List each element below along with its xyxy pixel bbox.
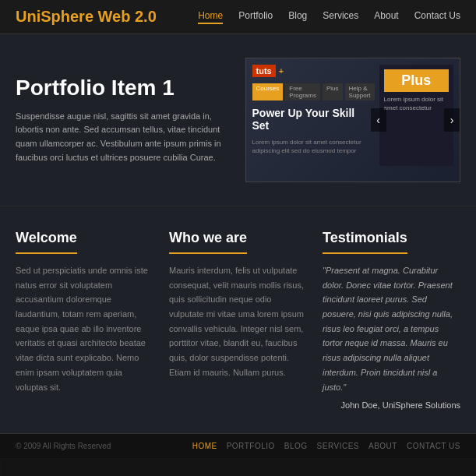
testimonials-column: Testimonials "Praesent at magna. Curabit…	[323, 230, 460, 410]
site-logo: UniSphere Web 2.0	[16, 8, 157, 26]
testimonial-author: John Doe, UniSphere Solutions	[323, 400, 460, 410]
testimonials-title: Testimonials	[323, 230, 407, 254]
slider-tab-help[interactable]: Help & Support	[345, 83, 375, 100]
nav-about[interactable]: About	[374, 10, 398, 24]
welcome-text: Sed ut perspiciatis unde omnis iste natu…	[16, 263, 153, 394]
plus-box: Plus	[384, 69, 449, 92]
mirror-reflection: © 2009 All Rights Reserved HOME PORTFOLI…	[0, 458, 476, 476]
slider-tab-free[interactable]: Free Programs	[285, 83, 320, 100]
slider-content: tuts + Courses Free Programs Plus Help &…	[246, 58, 460, 182]
slider-right-panel: Plus Lorem ipsum dolor sit amet consecte…	[379, 65, 453, 166]
main-nav: Home Portfolio Blog Services About Conta…	[198, 10, 460, 24]
footer-nav-portfolio[interactable]: PORTFOLIO	[227, 442, 275, 450]
tuts-plus: +	[279, 66, 284, 76]
nav-contact[interactable]: Contact Us	[414, 10, 460, 24]
header: UniSphere Web 2.0 Home Portfolio Blog Se…	[0, 0, 476, 34]
footer-nav-home[interactable]: HOME	[192, 442, 217, 450]
nav-home[interactable]: Home	[198, 10, 223, 24]
tuts-logo: tuts +	[252, 65, 375, 77]
who-we-are-text: Mauris interdum, felis ut vulputate cons…	[169, 263, 307, 380]
hero-section: Portfolio Item 1 Suspendisse augue nisl,…	[0, 34, 476, 206]
slider-title: Power Up Your Skill Set	[252, 107, 375, 132]
footer-nav: HOME PORTFOLIO BLOG SERVICES ABOUT CONTA…	[192, 442, 460, 450]
who-we-are-title: Who we are	[169, 230, 247, 254]
footer-nav-contact[interactable]: CONTACT US	[407, 442, 460, 450]
hero-title: Portfolio Item 1	[16, 76, 230, 100]
slider-tabs: Courses Free Programs Plus Help & Suppor…	[252, 83, 375, 100]
copyright-text: © 2009 All Rights Reserved	[16, 442, 111, 450]
plus-sub: Lorem ipsum dolor sit amet consectetur	[384, 95, 449, 112]
slider-tab-courses[interactable]: Courses	[252, 83, 284, 100]
footer-nav-services[interactable]: SERVICES	[317, 442, 359, 450]
footer-nav-blog[interactable]: BLOG	[284, 442, 308, 450]
three-column-section: Welcome Sed ut perspiciatis unde omnis i…	[0, 206, 476, 433]
tuts-badge: tuts	[252, 65, 276, 77]
nav-blog[interactable]: Blog	[288, 10, 307, 24]
hero-description: Suspendisse augue nisl, sagittis sit ame…	[16, 110, 230, 164]
hero-slider: ‹ tuts + Courses Free Programs Plus Help…	[245, 58, 461, 182]
slider-next-arrow[interactable]: ›	[444, 108, 460, 132]
nav-portfolio[interactable]: Portfolio	[238, 10, 273, 24]
nav-services[interactable]: Services	[323, 10, 358, 24]
hero-text: Portfolio Item 1 Suspendisse augue nisl,…	[16, 76, 230, 164]
slider-prev-arrow[interactable]: ‹	[371, 108, 386, 132]
footer: © 2009 All Rights Reserved HOME PORTFOLI…	[0, 433, 476, 458]
logo-text: UniSphere Web 2.0	[16, 8, 157, 25]
slider-tab-plus[interactable]: Plus	[323, 83, 343, 100]
who-we-are-column: Who we are Mauris interdum, felis ut vul…	[169, 230, 307, 410]
welcome-title: Welcome	[16, 230, 77, 254]
welcome-column: Welcome Sed ut perspiciatis unde omnis i…	[16, 230, 153, 410]
testimonial-quote: "Praesent at magna. Curabitur dolor. Don…	[323, 263, 460, 394]
footer-nav-about[interactable]: ABOUT	[368, 442, 397, 450]
slider-subtitle: Lorem ipsum dolor sit amet consectetur a…	[252, 138, 375, 155]
